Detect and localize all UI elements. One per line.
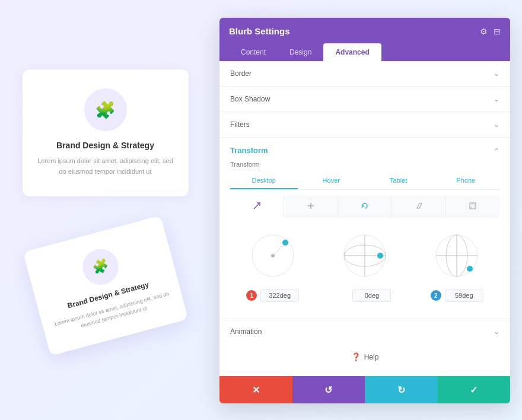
preview-card-top: 🧩 Brand Design & Strategy Lorem ipsum do…	[23, 69, 189, 196]
animation-label: Animation	[230, 327, 262, 336]
resp-tab-desktop[interactable]: Desktop	[230, 173, 298, 189]
resp-tab-tablet[interactable]: Tablet	[365, 173, 432, 189]
tab-content[interactable]: Content	[229, 43, 278, 61]
filters-chevron: ⌄	[494, 120, 499, 129]
panel-header-top: Blurb Settings ⚙ ⊟	[229, 26, 501, 36]
transform-sub-label: Transform	[230, 161, 499, 173]
border-chevron: ⌄	[494, 69, 499, 78]
help-icon: ❓	[351, 352, 361, 361]
save-button[interactable]: ✓	[438, 376, 511, 403]
tool-btn-scale[interactable]	[446, 196, 499, 218]
dial-1-svg	[243, 226, 303, 285]
expand-icon[interactable]: ⊟	[494, 27, 501, 36]
border-section[interactable]: Border ⌄	[219, 61, 510, 87]
card-text: Lorem ipsum dolor sit amet, adipiscing e…	[37, 156, 174, 177]
box-shadow-section[interactable]: Box Shadow ⌄	[219, 87, 510, 112]
animation-section[interactable]: Animation ⌄	[219, 319, 510, 344]
box-shadow-chevron: ⌄	[494, 95, 499, 103]
transform-header[interactable]: Transform ⌄	[230, 138, 499, 161]
panel-header-icons: ⚙ ⊟	[480, 27, 501, 36]
dial-3-svg	[427, 226, 486, 285]
filters-section[interactable]: Filters ⌄	[219, 112, 510, 138]
preview-card-bottom-wrapper: 🧩 Brand Design & Strategy Lorem ipsum do…	[23, 232, 189, 351]
help-text[interactable]: Help	[364, 353, 379, 361]
dial-2-svg	[335, 226, 394, 285]
animation-chevron: ⌄	[494, 327, 499, 336]
svg-point-18	[467, 266, 473, 272]
tool-row	[230, 196, 499, 218]
resp-tab-hover[interactable]: Hover	[298, 173, 365, 189]
panel-body: Border ⌄ Box Shadow ⌄ Filters ⌄ Transfor…	[219, 61, 510, 376]
card-bottom-puzzle-icon: 🧩	[91, 257, 110, 276]
redo-button[interactable]: ↻	[365, 376, 438, 403]
resp-tabs: Desktop Hover Tablet Phone	[230, 173, 499, 190]
transform-section: Transform ⌄ Transform Desktop Hover Tabl…	[219, 138, 510, 319]
tab-design[interactable]: Design	[278, 43, 323, 61]
preview-area: 🧩 Brand Design & Strategy Lorem ipsum do…	[0, 0, 211, 420]
settings-panel: Blurb Settings ⚙ ⊟ Content Design Advanc…	[219, 18, 510, 403]
tool-btn-skew[interactable]	[392, 196, 446, 218]
dial-row: 1	[230, 226, 499, 302]
dial-3-input[interactable]	[445, 289, 483, 302]
dial-3-input-row: 2	[431, 289, 483, 302]
settings-icon[interactable]: ⚙	[480, 27, 488, 36]
svg-point-13	[377, 253, 383, 259]
resp-tab-phone[interactable]: Phone	[432, 173, 500, 189]
transform-title: Transform	[230, 146, 268, 155]
panel-title: Blurb Settings	[229, 26, 290, 36]
panel-header: Blurb Settings ⚙ ⊟ Content Design Advanc…	[219, 18, 510, 61]
svg-line-0	[254, 203, 260, 209]
tool-btn-add[interactable]	[284, 196, 338, 218]
svg-rect-3	[470, 203, 476, 209]
puzzle-icon: 🧩	[95, 100, 116, 120]
svg-rect-4	[471, 204, 475, 208]
dial-1: 1	[230, 226, 315, 302]
action-bar: ✕ ↺ ↻ ✓	[219, 376, 510, 403]
box-shadow-label: Box Shadow	[230, 95, 270, 103]
svg-line-8	[273, 243, 285, 256]
preview-card-bottom: 🧩 Brand Design & Strategy Lorem ipsum do…	[23, 215, 188, 356]
help-row: ❓ Help	[219, 344, 510, 370]
dial-1-input-row: 1	[246, 289, 299, 302]
badge-2: 2	[431, 290, 441, 301]
dial-2	[322, 226, 407, 302]
tab-advanced[interactable]: Advanced	[323, 43, 381, 61]
tool-btn-rotate[interactable]	[338, 196, 392, 218]
undo-button[interactable]: ↺	[292, 376, 365, 403]
tool-btn-move[interactable]	[230, 196, 284, 218]
dial-1-input[interactable]	[260, 289, 299, 302]
dial-3: 2	[415, 226, 499, 302]
card-title: Brand Design & Strategy	[37, 141, 174, 150]
dial-2-input-row	[338, 289, 391, 302]
card-icon-bg: 🧩	[84, 88, 127, 131]
transform-chevron: ⌄	[494, 147, 499, 155]
filters-label: Filters	[230, 120, 250, 129]
cancel-button[interactable]: ✕	[219, 376, 292, 403]
panel-tabs: Content Design Advanced	[229, 43, 501, 61]
border-label: Border	[230, 69, 252, 78]
dial-2-input[interactable]	[352, 289, 391, 302]
badge-1: 1	[246, 290, 257, 301]
card-bottom-icon-bg: 🧩	[78, 245, 122, 288]
